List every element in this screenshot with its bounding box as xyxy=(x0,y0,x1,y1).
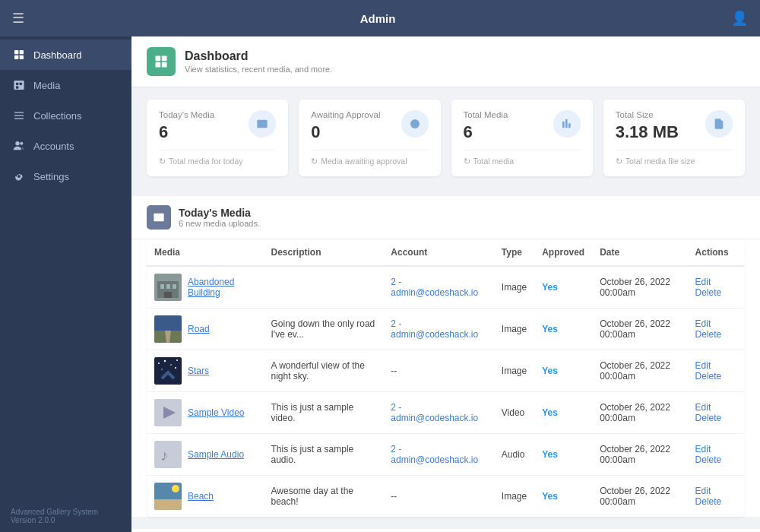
delete-link-1[interactable]: Delete xyxy=(695,329,722,340)
edit-link-4[interactable]: Edit xyxy=(695,444,711,454)
todays-media-icon xyxy=(147,205,171,230)
svg-rect-0 xyxy=(14,50,18,54)
edit-link-0[interactable]: Edit xyxy=(695,277,711,287)
account-link-3[interactable]: 2 - admin@codeshack.io xyxy=(391,402,478,423)
settings-icon xyxy=(12,169,26,183)
delete-link-2[interactable]: Delete xyxy=(695,371,722,382)
stat-info-2: Total Media 6 xyxy=(464,110,508,142)
dashboard-label: Dashboard xyxy=(33,49,82,61)
stat-card-top-1: Awaiting Approval 0 xyxy=(311,110,428,142)
sidebar-item-dashboard[interactable]: Dashboard xyxy=(0,40,131,70)
media-name-3[interactable]: Sample Video xyxy=(188,407,245,418)
dashboard-icon xyxy=(12,48,26,62)
stat-label-0: Today's Media xyxy=(159,110,214,119)
account-link-0[interactable]: 2 - admin@codeshack.io xyxy=(391,277,478,298)
stat-value-1: 0 xyxy=(311,122,380,142)
topbar-title: Admin xyxy=(360,12,396,25)
layout: Dashboard Media Collections Accounts Set… xyxy=(0,36,760,532)
media-name-1[interactable]: Road xyxy=(188,324,210,334)
delete-link-0[interactable]: Delete xyxy=(695,287,722,298)
media-cell-inner-3: Sample Video xyxy=(154,399,256,426)
stat-value-2: 6 xyxy=(464,122,508,142)
todays-media-section: Today's Media 6 new media uploads. Media… xyxy=(131,196,760,517)
approved-badge-0: Yes xyxy=(542,282,558,293)
type-cell-1: Image xyxy=(494,309,534,350)
edit-link-3[interactable]: Edit xyxy=(695,402,711,413)
media-table-head: MediaDescriptionAccountTypeApprovedDateA… xyxy=(147,239,745,266)
refresh-icon-2: ↻ xyxy=(464,157,470,166)
sidebar-item-media[interactable]: Media xyxy=(0,70,131,100)
svg-point-40 xyxy=(175,367,176,369)
approved-cell-1: Yes xyxy=(534,309,592,350)
sidebar-item-settings[interactable]: Settings xyxy=(0,161,131,192)
stat-footer-1: ↻ Media awaiting approval xyxy=(311,150,428,166)
table-row: Road Going down the only road I've ev...… xyxy=(147,309,745,350)
account-dash-5: -- xyxy=(391,491,397,502)
account-link-4[interactable]: 2 - admin@codeshack.io xyxy=(391,444,478,465)
refresh-icon-1: ↻ xyxy=(311,157,318,166)
svg-rect-10 xyxy=(14,118,24,119)
delete-link-4[interactable]: Delete xyxy=(695,454,722,465)
delete-link-3[interactable]: Delete xyxy=(695,413,722,423)
edit-link-2[interactable]: Edit xyxy=(695,360,711,371)
sidebar-item-accounts[interactable]: Accounts xyxy=(0,131,131,161)
svg-rect-7 xyxy=(16,86,18,88)
svg-rect-14 xyxy=(162,56,167,62)
accounts-label: Accounts xyxy=(33,141,74,152)
sidebar-footer: Advanced Gallery System Version 2.0.0 xyxy=(0,500,131,532)
stat-footer-2: ↻ Total media xyxy=(464,150,581,166)
refresh-icon-0: ↻ xyxy=(159,157,166,166)
stat-info-1: Awaiting Approval 0 xyxy=(311,110,380,142)
description-cell-0 xyxy=(264,266,384,309)
svg-text:♪: ♪ xyxy=(160,447,168,464)
date-cell-3: October 26, 2022 00:00am xyxy=(592,392,687,434)
account-cell-3: 2 - admin@codeshack.io xyxy=(383,392,494,434)
actions-cell-4: Edit Delete xyxy=(688,434,745,476)
media-name-5[interactable]: Beach xyxy=(188,491,214,502)
col-header-date: Date xyxy=(592,239,687,266)
hamburger-icon[interactable]: ☰ xyxy=(12,10,24,27)
svg-point-18 xyxy=(258,122,261,125)
approved-badge-3: Yes xyxy=(542,407,558,418)
svg-rect-13 xyxy=(156,56,161,62)
account-cell-1: 2 - admin@codeshack.io xyxy=(383,309,494,350)
svg-point-36 xyxy=(164,360,166,362)
approved-cell-2: Yes xyxy=(534,350,592,392)
svg-point-35 xyxy=(158,363,160,364)
media-name-4[interactable]: Sample Audio xyxy=(188,449,244,460)
delete-link-5[interactable]: Delete xyxy=(695,496,722,507)
page-title: Dashboard xyxy=(185,49,332,63)
sidebar-nav: Dashboard Media Collections Accounts Set… xyxy=(0,36,131,192)
user-icon[interactable]: 👤 xyxy=(731,10,748,27)
media-name-0[interactable]: Abandoned Building xyxy=(188,277,256,298)
stat-card-top-3: Total Size 3.18 MB xyxy=(616,110,733,142)
approved-badge-2: Yes xyxy=(542,366,558,376)
svg-rect-19 xyxy=(262,122,266,123)
edit-link-1[interactable]: Edit xyxy=(695,318,711,329)
svg-rect-3 xyxy=(20,55,24,59)
media-cell-inner-1: Road xyxy=(154,315,256,343)
stat-label-3: Total Size xyxy=(616,110,679,119)
awaiting-approval-section: Awaiting Approval 0 media awaiting appro… xyxy=(131,529,760,532)
account-link-1[interactable]: 2 - admin@codeshack.io xyxy=(391,318,478,340)
stat-card-0: Today's Media 6 ↻ Total media for today xyxy=(147,100,288,176)
svg-point-11 xyxy=(15,141,19,145)
todays-media-title-area: Today's Media 6 new media uploads. xyxy=(179,207,260,228)
sidebar-item-collections[interactable]: Collections xyxy=(0,100,131,131)
stat-footer-text-1: Media awaiting approval xyxy=(321,157,407,166)
actions-cell-1: Edit Delete xyxy=(688,309,745,350)
stat-footer-0: ↻ Total media for today xyxy=(159,150,276,166)
topbar: ☰ Admin 👤 xyxy=(0,0,760,36)
media-name-2[interactable]: Stars xyxy=(188,366,209,376)
media-table: MediaDescriptionAccountTypeApprovedDateA… xyxy=(147,239,745,517)
media-cell-4: ♪ Sample Audio xyxy=(147,434,264,476)
date-cell-0: October 26, 2022 00:00am xyxy=(592,266,687,309)
svg-rect-16 xyxy=(162,62,167,68)
description-cell-4: This is just a sample audio. xyxy=(264,434,384,476)
svg-rect-30 xyxy=(164,292,172,298)
approved-cell-3: Yes xyxy=(534,392,592,434)
page-header-text: Dashboard View statistics, recent media,… xyxy=(185,49,332,74)
edit-link-5[interactable]: Edit xyxy=(695,486,711,496)
todays-media-header: Today's Media 6 new media uploads. xyxy=(131,196,760,239)
stat-value-3: 3.18 MB xyxy=(616,122,679,142)
